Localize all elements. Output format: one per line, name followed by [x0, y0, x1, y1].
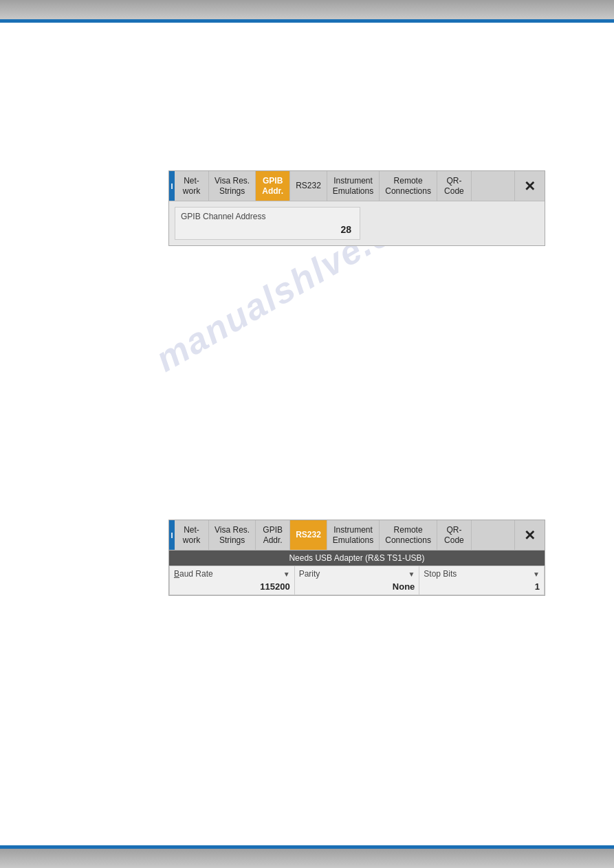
tab-network-1[interactable]: Net-work [175, 171, 209, 201]
rs232-panel: I Net-work Visa Res.Strings GPIBAddr. RS… [168, 520, 545, 596]
parity-field[interactable]: Parity ▼ None [295, 566, 420, 594]
parity-label-text: Parity [299, 569, 320, 579]
tab-remote-2[interactable]: RemoteConnections [380, 520, 437, 550]
stop-bits-label: Stop Bits ▼ [424, 569, 540, 579]
stop-bits-field[interactable]: Stop Bits ▼ 1 [419, 566, 544, 594]
close-button-2[interactable]: ✕ [514, 520, 545, 550]
parity-dropdown-arrow: ▼ [408, 570, 415, 578]
baud-rate-label-text: Baud Rate [174, 569, 213, 579]
top-bar-blue [0, 19, 614, 23]
tab-qr-1[interactable]: QR-Code [437, 171, 472, 201]
bottom-bar [0, 849, 614, 868]
stop-bits-dropdown-arrow: ▼ [533, 570, 540, 578]
rs232-fields: Baud Rate ▼ 115200 Parity ▼ None Stop Bi… [169, 566, 545, 595]
gpib-channel-label: GPIB Channel Address [181, 212, 354, 221]
tab-network-2[interactable]: Net-work [175, 520, 209, 550]
tab-qr-2[interactable]: QR-Code [437, 520, 472, 550]
tab-instrument-1[interactable]: InstrumentEmulations [327, 171, 380, 201]
baud-rate-label: Baud Rate ▼ [174, 569, 290, 579]
baud-rate-dropdown-arrow: ▼ [283, 570, 290, 578]
tab-rs232-2[interactable]: RS232 [290, 520, 327, 550]
gpib-panel: I Net-work Visa Res.Strings GPIBAddr. RS… [168, 170, 545, 246]
stop-bits-value: 1 [424, 581, 540, 592]
tab-rs232-1[interactable]: RS232 [290, 171, 327, 201]
tab-remote-1[interactable]: RemoteConnections [380, 171, 437, 201]
tab-gpib-1[interactable]: GPIBAddr. [256, 171, 290, 201]
stop-bits-label-text: Stop Bits [424, 569, 457, 579]
rs232-notice-bar: Needs USB Adapter (R&S TS1-USB) [169, 550, 545, 566]
tab-visa-2[interactable]: Visa Res.Strings [209, 520, 256, 550]
baud-rate-value: 115200 [174, 581, 290, 592]
close-button-1[interactable]: ✕ [514, 171, 545, 201]
parity-label: Parity ▼ [299, 569, 415, 579]
top-bar [0, 0, 614, 19]
tab-visa-1[interactable]: Visa Res.Strings [209, 171, 256, 201]
gpib-channel-section: GPIB Channel Address 28 [175, 207, 360, 240]
tab-instrument-2[interactable]: InstrumentEmulations [327, 520, 380, 550]
parity-value: None [299, 581, 415, 592]
baud-underline: B [174, 569, 179, 579]
baud-rate-field[interactable]: Baud Rate ▼ 115200 [170, 566, 295, 594]
rs232-tab-bar: I Net-work Visa Res.Strings GPIBAddr. RS… [169, 520, 545, 550]
gpib-channel-value: 28 [181, 224, 354, 235]
gpib-panel-indicator: I [169, 171, 175, 201]
rs232-panel-indicator: I [169, 520, 175, 550]
tab-gpib-2[interactable]: GPIBAddr. [256, 520, 290, 550]
gpib-panel-content: GPIB Channel Address 28 [169, 201, 545, 245]
gpib-tab-bar: I Net-work Visa Res.Strings GPIBAddr. RS… [169, 171, 545, 201]
